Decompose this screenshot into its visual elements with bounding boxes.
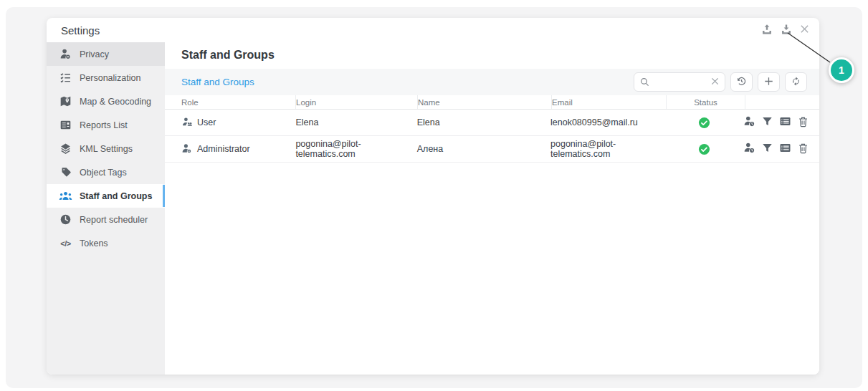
sidebar-item-personalization[interactable]: Personalization bbox=[47, 66, 165, 90]
name-cell: Elena bbox=[417, 117, 550, 127]
page-title: Staff and Groups bbox=[165, 42, 819, 69]
staff-table: Role Login Name Email Status User Elena … bbox=[165, 95, 819, 163]
export-button[interactable] bbox=[781, 24, 792, 37]
column-header-status: Status bbox=[667, 95, 745, 109]
table-header: Role Login Name Email Status bbox=[165, 95, 819, 110]
actions-cell bbox=[743, 115, 819, 130]
sidebar-item-object-tags[interactable]: Object Tags bbox=[47, 160, 165, 184]
user-group-icon bbox=[181, 117, 193, 128]
column-header-login: Login bbox=[296, 95, 418, 109]
sidebar-item-label: Report scheduler bbox=[80, 215, 148, 225]
table-row: User Elena Elena lenok080995@mail.ru bbox=[165, 110, 819, 136]
dialog-body: Privacy Personalization Map & Geocoding … bbox=[47, 42, 819, 375]
search-input[interactable] bbox=[653, 77, 707, 88]
tab-staff-and-groups[interactable]: Staff and Groups bbox=[181, 77, 254, 87]
search-box bbox=[634, 72, 725, 92]
login-cell: pogonina@pilot-telematics.com bbox=[295, 139, 416, 159]
column-header-name: Name bbox=[418, 95, 552, 109]
row-actions bbox=[743, 115, 809, 130]
user-sessions-button[interactable] bbox=[743, 115, 755, 130]
sidebar-item-kml-settings[interactable]: KML Settings bbox=[47, 137, 165, 160]
upload-icon bbox=[761, 24, 773, 37]
settings-dialog: Settings Privacy Personalization Map & G… bbox=[47, 18, 819, 375]
sidebar-item-label: Tokens bbox=[80, 238, 108, 248]
dialog-title: Settings bbox=[61, 24, 100, 37]
refresh-button[interactable] bbox=[785, 72, 807, 92]
map-icon bbox=[59, 95, 72, 108]
role-label: User bbox=[197, 117, 216, 127]
close-icon bbox=[800, 24, 809, 36]
refresh-icon bbox=[791, 76, 801, 89]
actions-cell bbox=[743, 142, 819, 156]
clock-icon bbox=[59, 213, 72, 226]
code-icon: </> bbox=[59, 236, 72, 250]
download-icon bbox=[781, 24, 792, 37]
filter-icon bbox=[762, 116, 773, 129]
plus-icon bbox=[763, 76, 774, 89]
sidebar-item-tokens[interactable]: </> Tokens bbox=[47, 231, 165, 255]
role-label: Administrator bbox=[197, 144, 250, 154]
name-cell: Алена bbox=[417, 144, 550, 154]
status-cell bbox=[664, 143, 743, 155]
close-button[interactable] bbox=[800, 24, 809, 36]
toolbar: Staff and Groups bbox=[165, 69, 819, 95]
sidebar-item-staff-and-groups[interactable]: Staff and Groups bbox=[47, 184, 165, 208]
clear-icon bbox=[711, 77, 719, 87]
sidebar-item-label: Privacy bbox=[80, 49, 109, 59]
staff-and-groups-panel: Staff and Groups Staff and Groups Role bbox=[165, 42, 819, 375]
email-cell: lenok080995@mail.ru bbox=[550, 117, 664, 127]
user-badge-icon bbox=[181, 143, 193, 155]
status-ok-badge bbox=[698, 143, 710, 155]
dialog-header: Settings bbox=[47, 18, 819, 42]
sidebar-item-reports-list[interactable]: Reports List bbox=[47, 113, 165, 137]
history-button[interactable] bbox=[730, 72, 753, 92]
privacy-icon bbox=[59, 47, 72, 61]
details-button[interactable] bbox=[779, 115, 791, 130]
email-cell: pogonina@pilot-telematics.com bbox=[550, 139, 664, 159]
user-clock-icon bbox=[743, 142, 755, 156]
delete-button[interactable] bbox=[798, 143, 809, 156]
login-cell: Elena bbox=[295, 117, 416, 127]
dialog-header-icons bbox=[761, 24, 809, 37]
details-icon bbox=[779, 115, 791, 130]
filter-button[interactable] bbox=[762, 143, 773, 155]
role-cell: User bbox=[165, 117, 295, 128]
user-clock-icon bbox=[743, 115, 755, 130]
delete-button[interactable] bbox=[798, 116, 809, 130]
clear-search-button[interactable] bbox=[711, 77, 719, 87]
import-button[interactable] bbox=[761, 24, 773, 37]
column-header-actions bbox=[745, 95, 819, 109]
details-button[interactable] bbox=[779, 142, 791, 156]
sidebar-item-label: Staff and Groups bbox=[80, 191, 152, 201]
column-header-role: Role bbox=[165, 95, 296, 109]
add-button[interactable] bbox=[758, 72, 780, 92]
status-cell bbox=[664, 117, 743, 129]
sidebar-item-privacy[interactable]: Privacy bbox=[47, 42, 165, 66]
tags-icon bbox=[59, 165, 72, 179]
details-icon bbox=[779, 142, 791, 156]
trash-icon bbox=[798, 143, 809, 156]
callout-badge-1: 1 bbox=[829, 57, 854, 83]
sidebar-item-label: Reports List bbox=[80, 120, 128, 130]
filter-icon bbox=[762, 143, 773, 155]
history-icon bbox=[736, 76, 747, 89]
user-sessions-button[interactable] bbox=[743, 142, 755, 156]
personalization-icon bbox=[59, 71, 72, 85]
search-icon bbox=[640, 77, 649, 87]
trash-icon bbox=[798, 116, 809, 130]
filter-button[interactable] bbox=[762, 116, 773, 129]
sidebar-item-label: Personalization bbox=[80, 73, 140, 83]
sidebar-item-label: Object Tags bbox=[80, 168, 127, 178]
row-actions bbox=[743, 142, 809, 156]
group-icon bbox=[59, 189, 72, 203]
toolbar-controls bbox=[634, 72, 807, 92]
sidebar-item-map-geocoding[interactable]: Map & Geocoding bbox=[47, 90, 165, 113]
layers-icon bbox=[59, 142, 72, 155]
reports-icon bbox=[59, 118, 72, 132]
sidebar-item-report-scheduler[interactable]: Report scheduler bbox=[47, 208, 165, 231]
table-row: Administrator pogonina@pilot-telematics.… bbox=[165, 136, 819, 163]
settings-sidebar: Privacy Personalization Map & Geocoding … bbox=[47, 42, 165, 375]
sidebar-item-label: KML Settings bbox=[80, 144, 133, 154]
status-ok-badge bbox=[698, 117, 710, 129]
role-cell: Administrator bbox=[165, 143, 295, 155]
